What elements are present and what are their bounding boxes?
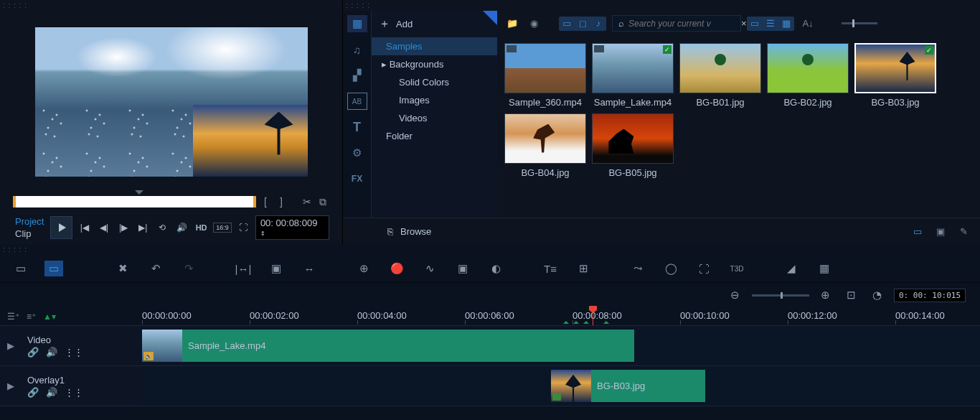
mask-icon[interactable]: ◐ bbox=[486, 261, 505, 276]
search-input[interactable] bbox=[628, 19, 737, 29]
import-icon[interactable]: 📁 bbox=[504, 17, 520, 31]
title-ab-icon[interactable]: AB bbox=[347, 93, 367, 110]
motion-icon[interactable]: ⤳ bbox=[628, 261, 647, 276]
loop-button[interactable]: ⟲ bbox=[155, 220, 170, 235]
chapter-marker[interactable] bbox=[563, 318, 569, 324]
thumb-sample-360[interactable]: Sample_360.mp4 bbox=[504, 43, 586, 108]
tree-solid-colors[interactable]: Solid Colors bbox=[372, 73, 497, 91]
tree-videos[interactable]: Videos bbox=[372, 109, 497, 127]
video-clip[interactable]: 🔊 Sample_Lake.mp4 bbox=[142, 330, 634, 362]
view-large-icon[interactable]: ▭ bbox=[747, 17, 763, 31]
chapter-marker[interactable] bbox=[603, 318, 609, 324]
aspect-ratio[interactable]: 16:9 bbox=[213, 223, 232, 233]
trim-bar[interactable] bbox=[13, 196, 256, 207]
timeline-ruler[interactable]: ☰⁺ ≡⁺ ▲▾ 00:00:00:00 00:00:02:00 00:00:0… bbox=[0, 307, 980, 326]
fit-icon[interactable]: ⊡ bbox=[842, 287, 861, 303]
subtitle-icon[interactable]: T≡ bbox=[541, 261, 560, 276]
preview-viewport[interactable] bbox=[0, 11, 342, 192]
tools-icon[interactable]: ✖ bbox=[113, 261, 132, 276]
browse-button[interactable]: Browse bbox=[400, 226, 431, 237]
track-motion-icon[interactable]: ◯ bbox=[661, 261, 680, 276]
chapter-marker[interactable] bbox=[583, 318, 589, 324]
tree-samples[interactable]: Samples bbox=[372, 37, 497, 55]
zoom-out-icon[interactable]: ⊖ bbox=[726, 287, 745, 303]
end-button[interactable]: ▶| bbox=[136, 220, 151, 235]
timeline-view-icon[interactable]: ▭ bbox=[44, 261, 63, 276]
pan-zoom-icon[interactable]: ▦ bbox=[815, 261, 834, 276]
chroma-icon[interactable]: ◢ bbox=[782, 261, 801, 276]
replace-icon[interactable]: ▣ bbox=[267, 261, 286, 276]
panel-toggle-2-icon[interactable]: ▣ bbox=[933, 224, 948, 238]
timeline-timecode[interactable]: 0: 00: 10:015 bbox=[894, 289, 966, 302]
resize-icon[interactable]: ⛶ bbox=[236, 220, 251, 235]
tree-folder[interactable]: Folder bbox=[372, 127, 497, 145]
thumb-size-slider[interactable] bbox=[842, 22, 877, 24]
thumb-bg-b04[interactable]: BG-B04.jpg bbox=[504, 113, 586, 178]
zoom-slider[interactable] bbox=[752, 294, 809, 297]
mute-icon[interactable]: 🔊 bbox=[46, 387, 57, 398]
normalize-icon[interactable]: ∿ bbox=[420, 261, 439, 276]
link-icon[interactable]: 🔗 bbox=[27, 347, 39, 358]
zoom-in-icon[interactable]: ⊕ bbox=[816, 287, 835, 303]
storyboard-view-icon[interactable]: ▭ bbox=[11, 261, 30, 276]
preview-timecode[interactable]: 00: 00:08:009 ⇕ bbox=[255, 215, 329, 240]
crop-icon[interactable]: ⛶ bbox=[694, 261, 713, 276]
view-list-icon[interactable]: ☰ bbox=[763, 17, 778, 31]
snapshot-icon[interactable]: ⧉ bbox=[316, 195, 329, 208]
audio-icon[interactable]: ♫ bbox=[347, 41, 367, 58]
track-menu-icon[interactable]: ☰⁺ bbox=[7, 312, 19, 322]
color-icon[interactable]: 🔴 bbox=[387, 261, 406, 276]
thumb-bg-b03[interactable]: ✓ BG-B03.jpg bbox=[854, 43, 936, 108]
thumb-bg-b05[interactable]: BG-B05.jpg bbox=[592, 113, 674, 178]
title-t-icon[interactable]: T bbox=[347, 118, 367, 136]
volume-icon[interactable]: 🔊 bbox=[174, 220, 189, 235]
browse-icon[interactable]: ⎘ bbox=[387, 226, 393, 237]
filter-photo-icon[interactable]: ◻ bbox=[575, 17, 590, 31]
hd-button[interactable]: HD bbox=[194, 220, 209, 235]
redo-icon[interactable]: ↷ bbox=[179, 261, 198, 276]
sort-icon[interactable]: A↓ bbox=[800, 17, 816, 31]
slip-icon[interactable]: ↔ bbox=[300, 261, 319, 276]
next-frame-button[interactable]: |▶ bbox=[116, 220, 131, 235]
thumb-bg-b01[interactable]: BG-B01.jpg bbox=[679, 43, 761, 108]
marker-icon[interactable]: ▣ bbox=[453, 261, 472, 276]
ripple-icon[interactable]: |↔| bbox=[234, 261, 253, 276]
playhead[interactable] bbox=[593, 307, 593, 325]
thumb-sample-lake[interactable]: ✓ Sample_Lake.mp4 bbox=[592, 43, 674, 108]
overlay-clip[interactable]: BG-B03.jpg bbox=[551, 370, 705, 402]
mark-out-bracket[interactable]: ] bbox=[275, 195, 288, 208]
panel-grip[interactable]: : : : : : bbox=[343, 0, 980, 11]
search-box[interactable]: ⌕ × bbox=[612, 15, 741, 32]
mute-icon[interactable]: 🔊 bbox=[46, 347, 57, 358]
tree-images[interactable]: Images bbox=[372, 91, 497, 109]
view-grid-icon[interactable]: ▦ bbox=[778, 17, 794, 31]
thumb-bg-b02[interactable]: BG-B02.jpg bbox=[767, 43, 849, 108]
multicam-icon[interactable]: ⊞ bbox=[574, 261, 593, 276]
filter-audio-icon[interactable]: ♪ bbox=[590, 17, 606, 31]
track-fx-icon[interactable]: ⋮⋮ bbox=[65, 387, 83, 398]
link-icon[interactable]: 🔗 bbox=[27, 387, 39, 398]
capture-icon[interactable]: ◉ bbox=[526, 17, 542, 31]
panel-edit-icon[interactable]: ✎ bbox=[956, 224, 971, 238]
filter-video-icon[interactable]: ▭ bbox=[559, 17, 575, 31]
playback-mode[interactable]: Project Clip bbox=[13, 215, 46, 240]
undo-icon[interactable]: ↶ bbox=[146, 261, 165, 276]
chapter-marker[interactable] bbox=[573, 318, 579, 324]
play-button[interactable] bbox=[50, 216, 72, 239]
panel-grip[interactable]: : : : : : bbox=[0, 0, 342, 11]
scissors-icon[interactable]: ✂ bbox=[301, 195, 314, 208]
track-fx-icon[interactable]: ⋮⋮ bbox=[65, 347, 83, 358]
home-button[interactable]: |◀ bbox=[77, 220, 92, 235]
tree-backgrounds[interactable]: ▸ Backgrounds bbox=[372, 55, 497, 73]
media-icon[interactable]: ▦ bbox=[347, 15, 367, 32]
track-options-icon[interactable]: ≡⁺ bbox=[27, 312, 36, 322]
fx-icon[interactable]: FX bbox=[347, 170, 367, 187]
overlay-icon[interactable]: ⚙ bbox=[347, 144, 367, 162]
transitions-icon[interactable]: ▞ bbox=[347, 67, 367, 84]
add-button[interactable]: ＋Add bbox=[372, 11, 497, 37]
group-icon[interactable]: ⊕ bbox=[354, 261, 373, 276]
chapter-icon[interactable]: ▲▾ bbox=[43, 312, 56, 322]
panel-toggle-1-icon[interactable]: ▭ bbox=[910, 224, 925, 238]
t3d-icon[interactable]: T3D bbox=[727, 261, 746, 276]
panel-grip[interactable]: : : : : : bbox=[0, 244, 980, 255]
